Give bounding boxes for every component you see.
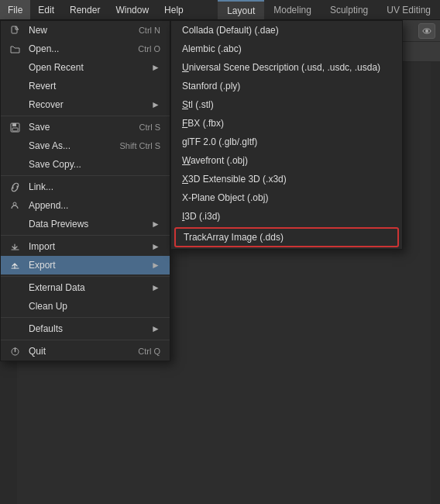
menu-item-save[interactable]: Save Ctrl S: [1, 118, 170, 136]
arrow-right-icon-recover: ►: [151, 99, 160, 110]
menu-item-defaults[interactable]: Defaults ►: [1, 319, 170, 338]
menu-file[interactable]: File: [0, 0, 30, 19]
quit-icon: [9, 345, 21, 357]
tab-modeling[interactable]: Modeling: [264, 0, 321, 19]
menu-item-new[interactable]: New Ctrl N: [1, 21, 170, 40]
import-icon: [9, 240, 21, 253]
export-xplane[interactable]: X-Plane Object (.obj): [171, 188, 402, 207]
svg-rect-21: [12, 123, 16, 126]
divider-1: [1, 116, 170, 116]
tab-layout[interactable]: Layout: [218, 0, 264, 19]
menu-render[interactable]: Render: [62, 0, 108, 19]
menu-item-open-recent[interactable]: Open Recent ►: [1, 58, 170, 77]
viewport-shading-btns: [418, 23, 435, 39]
workspace-tabs: Layout Modeling Sculpting UV Editing: [218, 0, 440, 19]
export-collada[interactable]: Collada (Default) (.dae): [171, 21, 402, 40]
menu-item-recover[interactable]: Recover ►: [1, 95, 170, 114]
arrow-right-icon-import: ►: [151, 241, 160, 252]
divider-5: [1, 317, 170, 318]
arrow-right-icon: ►: [151, 62, 160, 73]
menu-item-import[interactable]: Import ►: [1, 237, 170, 256]
menu-item-external-data[interactable]: External Data ►: [1, 278, 170, 297]
file-dropdown: New Ctrl N Open... Ctrl O Open Recent ► …: [0, 20, 170, 361]
save-icon: [9, 121, 21, 133]
menu-item-quit[interactable]: Quit Ctrl Q: [1, 342, 170, 361]
tab-uv-editing[interactable]: UV Editing: [377, 0, 440, 19]
menu-item-revert[interactable]: Revert: [1, 77, 170, 95]
svg-point-12: [425, 29, 428, 33]
menu-item-link[interactable]: Link...: [1, 178, 170, 196]
divider-6: [1, 340, 170, 340]
svg-point-23: [13, 202, 16, 205]
arrow-right-icon-ed: ►: [151, 282, 160, 293]
export-stanford[interactable]: Stanford (.ply): [171, 77, 402, 95]
export-i3d[interactable]: I3D (.i3d): [171, 207, 402, 226]
arrow-right-icon-dp: ►: [151, 219, 160, 230]
export-icon: [9, 259, 21, 271]
export-x3d[interactable]: X3D Extensible 3D (.x3d): [171, 170, 402, 188]
append-icon: [9, 199, 21, 212]
menu-item-clean-up[interactable]: Clean Up: [1, 297, 170, 316]
open-folder-icon: [9, 43, 21, 55]
menu-item-append[interactable]: Append...: [1, 196, 170, 215]
menu-item-data-previews[interactable]: Data Previews ►: [1, 215, 170, 233]
export-usd[interactable]: Universal Scene Description (.usd, .usdc…: [171, 58, 402, 77]
arrow-right-icon-defaults: ►: [151, 323, 160, 334]
menu-item-save-copy[interactable]: Save Copy...: [1, 155, 170, 174]
svg-rect-22: [12, 128, 18, 131]
export-gltf[interactable]: glTF 2.0 (.glb/.gltf): [171, 133, 402, 151]
export-submenu: Collada (Default) (.dae) Alembic (.abc) …: [170, 20, 403, 250]
menu-help[interactable]: Help: [156, 0, 191, 19]
tab-sculpting[interactable]: Sculpting: [321, 0, 377, 19]
menu-edit[interactable]: Edit: [30, 0, 62, 19]
menu-item-export[interactable]: Export ►: [1, 256, 170, 274]
divider-2: [1, 175, 170, 176]
divider-3: [1, 235, 170, 236]
top-menubar: File Edit Render Window Help Layout Mode…: [0, 0, 440, 20]
right-scrollbar[interactable]: [431, 62, 440, 504]
export-stl[interactable]: Stl (.stl): [171, 95, 402, 114]
menu-item-save-as[interactable]: Save As... Shift Ctrl S: [1, 136, 170, 155]
export-alembic[interactable]: Alembic (.abc): [171, 40, 402, 58]
export-fbx[interactable]: FBX (.fbx): [171, 114, 402, 133]
viewport-shade-eye-btn[interactable]: [418, 23, 435, 39]
new-file-icon: [9, 24, 21, 36]
menu-window[interactable]: Window: [108, 0, 156, 19]
arrow-right-icon-export: ►: [151, 260, 160, 271]
export-wavefront[interactable]: Wavefront (.obj): [171, 151, 402, 170]
divider-4: [1, 276, 170, 277]
export-trackarray[interactable]: TrackArray Image (.dds): [174, 227, 399, 247]
menu-item-open[interactable]: Open... Ctrl O: [1, 40, 170, 58]
link-icon: [9, 181, 21, 193]
